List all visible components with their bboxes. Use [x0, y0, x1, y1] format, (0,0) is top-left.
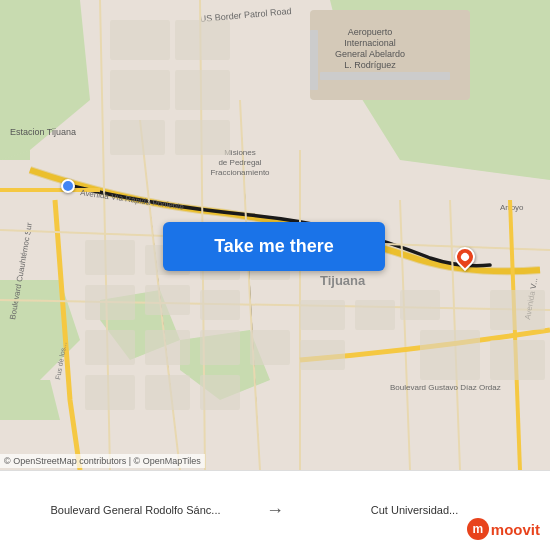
svg-rect-58: [110, 120, 165, 155]
svg-rect-48: [250, 330, 290, 365]
svg-rect-47: [200, 330, 240, 365]
svg-rect-56: [110, 20, 170, 60]
svg-rect-43: [355, 300, 395, 330]
svg-rect-57: [110, 70, 170, 110]
svg-text:Tijuana: Tijuana: [320, 273, 366, 288]
svg-rect-53: [420, 330, 480, 380]
svg-rect-60: [175, 70, 230, 110]
moovit-text: moovit: [491, 521, 540, 538]
moovit-icon: m: [467, 518, 489, 540]
svg-text:Aeropuerto: Aeropuerto: [348, 27, 393, 37]
svg-rect-61: [175, 120, 230, 155]
svg-rect-45: [85, 330, 135, 365]
svg-rect-35: [85, 240, 135, 275]
svg-rect-51: [145, 375, 190, 410]
svg-text:L. Rodríguez: L. Rodríguez: [344, 60, 396, 70]
map-container: Aeropuerto Internacional General Abelard…: [0, 0, 550, 470]
svg-rect-44: [400, 290, 440, 320]
destination-marker: [455, 247, 475, 267]
svg-rect-38: [145, 285, 190, 315]
svg-rect-36: [85, 285, 135, 320]
route-arrow-icon: →: [261, 500, 289, 521]
svg-marker-3: [0, 380, 60, 420]
take-me-there-button[interactable]: Take me there: [163, 222, 385, 271]
svg-rect-13: [320, 72, 450, 80]
svg-rect-14: [310, 30, 318, 90]
svg-text:Internacional: Internacional: [344, 38, 396, 48]
svg-text:Boulevard Gustavo Díaz Ordaz: Boulevard Gustavo Díaz Ordaz: [390, 383, 501, 392]
route-to-label: Cut Universidad...: [289, 503, 540, 518]
svg-rect-54: [490, 290, 545, 330]
moovit-logo: m moovit: [467, 518, 540, 540]
map-attribution: © OpenStreetMap contributors | © OpenMap…: [0, 454, 205, 468]
svg-rect-59: [175, 20, 230, 60]
svg-text:de Pedregal: de Pedregal: [218, 158, 261, 167]
origin-marker: [61, 179, 75, 193]
svg-text:Fraccionamiento: Fraccionamiento: [210, 168, 270, 177]
svg-rect-40: [200, 290, 240, 320]
svg-rect-52: [200, 375, 240, 410]
svg-text:General Abelardo: General Abelardo: [335, 49, 405, 59]
route-from-label: Boulevard General Rodolfo Sánc...: [10, 503, 261, 518]
svg-text:Estacion Tijuana: Estacion Tijuana: [10, 127, 76, 137]
svg-rect-55: [490, 340, 545, 380]
svg-rect-49: [300, 340, 345, 370]
svg-rect-50: [85, 375, 135, 410]
bottom-bar: Boulevard General Rodolfo Sánc... → Cut …: [0, 470, 550, 550]
svg-rect-46: [145, 330, 190, 365]
svg-rect-42: [300, 300, 345, 330]
